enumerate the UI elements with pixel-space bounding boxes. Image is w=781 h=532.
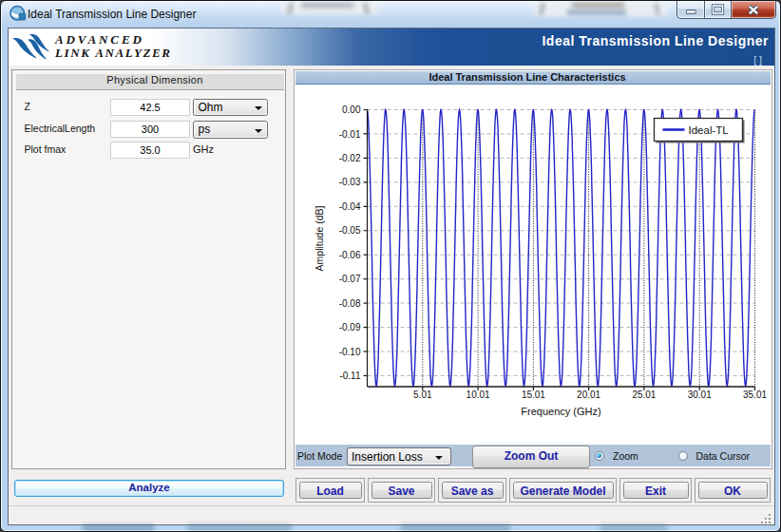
svg-text:-0.02: -0.02 (339, 153, 361, 163)
svg-text:-0.09: -0.09 (339, 322, 361, 332)
svg-text:30.01: 30.01 (688, 390, 712, 400)
svg-text:-0.10: -0.10 (339, 347, 361, 357)
svg-text:10.01: 10.01 (467, 390, 490, 400)
svg-text:-0.06: -0.06 (339, 250, 361, 260)
svg-text:-0.01: -0.01 (339, 129, 361, 140)
svg-text:Ideal-TL: Ideal-TL (689, 124, 730, 136)
svg-text:5.01: 5.01 (413, 390, 432, 400)
svg-text:-0.05: -0.05 (339, 225, 361, 236)
svg-text:Amplitude (dB]: Amplitude (dB] (314, 205, 325, 271)
svg-text:Frequency (GHz): Frequency (GHz) (521, 406, 600, 417)
svg-text:20.01: 20.01 (577, 390, 600, 400)
svg-text:-0.08: -0.08 (339, 298, 361, 309)
svg-text:35.01: 35.01 (743, 390, 767, 400)
svg-text:0.00: 0.00 (342, 104, 361, 115)
svg-text:-0.07: -0.07 (339, 274, 361, 284)
svg-text:15.01: 15.01 (522, 390, 545, 400)
svg-text:-0.03: -0.03 (339, 177, 361, 187)
svg-text:-0.11: -0.11 (339, 370, 360, 381)
svg-text:25.01: 25.01 (632, 390, 656, 400)
svg-text:-0.04: -0.04 (339, 201, 361, 212)
